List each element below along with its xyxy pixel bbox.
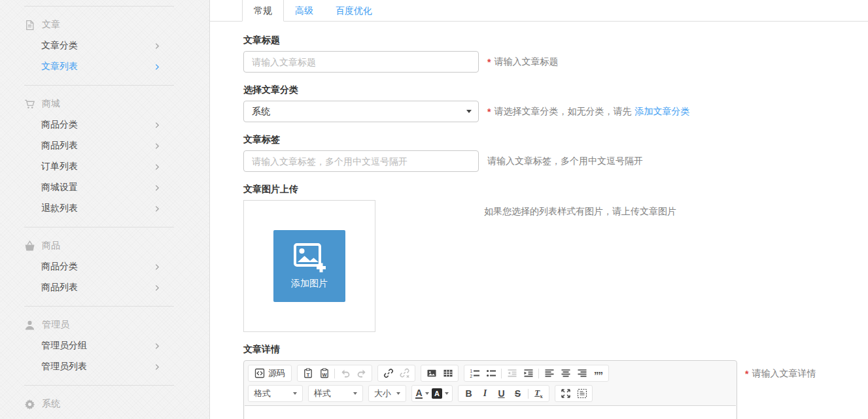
align-left-button[interactable]: [541, 366, 557, 380]
sidebar-item-mall-goods-category[interactable]: 商品分类: [24, 114, 174, 135]
sidebar-item-mall-goods-list[interactable]: 商品列表: [24, 135, 174, 156]
article-category-hint: * 请选择文章分类，如无分类，请先 添加文章分类: [487, 106, 689, 118]
font-size-dropdown[interactable]: 大小: [368, 385, 406, 402]
increase-indent-button[interactable]: [520, 366, 536, 380]
editor-content-area[interactable]: [245, 405, 736, 419]
svg-text:1: 1: [470, 369, 472, 373]
sidebar-item-refund-list[interactable]: 退款列表: [24, 198, 174, 219]
undo-icon: [340, 368, 351, 378]
remove-format-icon: Tx: [534, 388, 542, 399]
source-code-button[interactable]: 源码: [251, 366, 289, 380]
unlink-icon: [400, 368, 410, 378]
app-window: 文章 文章分类 文章列表 商城 商品分类: [0, 0, 868, 419]
decrease-indent-icon: [507, 368, 517, 378]
sidebar-item-goods-list[interactable]: 商品列表: [24, 277, 174, 298]
field-article-category: 选择文章分类 系统 * 请选择文章分类，如无分类，请先 添加文章分类: [243, 83, 868, 122]
toolbar-separator: [501, 369, 502, 378]
sidebar-item-order-list[interactable]: 订单列表: [24, 156, 174, 177]
article-category-select[interactable]: 系统: [243, 101, 479, 122]
article-category-label: 选择文章分类: [243, 83, 868, 96]
rich-text-editor: 源码 T W: [243, 360, 737, 419]
show-blocks-button[interactable]: [574, 386, 590, 401]
select-caret-icon: [466, 110, 472, 113]
paste-word-button[interactable]: W: [316, 366, 332, 380]
svg-text:W: W: [322, 372, 327, 378]
sidebar-item-basic-info[interactable]: 基本信息: [24, 414, 174, 419]
document-icon: [24, 20, 35, 31]
undo-button[interactable]: [337, 366, 353, 380]
sidebar-section-article: 文章 文章分类 文章列表: [24, 7, 209, 85]
sidebar-header-label: 商品: [42, 240, 60, 252]
underline-button[interactable]: U: [493, 386, 510, 401]
unlink-button[interactable]: [396, 366, 413, 380]
add-image-button[interactable]: 添加图片: [273, 230, 345, 302]
sidebar-item-article-category[interactable]: 文章分类: [24, 35, 174, 56]
admin-user-icon: [24, 320, 35, 331]
dropdown-caret-icon: [445, 392, 449, 395]
insert-image-button[interactable]: [423, 366, 440, 380]
add-article-category-link[interactable]: 添加文章分类: [634, 106, 689, 118]
link-button[interactable]: [380, 366, 396, 380]
article-title-input[interactable]: [243, 51, 479, 73]
italic-button[interactable]: I: [477, 386, 493, 401]
redo-button[interactable]: [353, 366, 370, 380]
insert-table-button[interactable]: [440, 366, 456, 380]
required-mark: *: [487, 57, 491, 67]
article-tags-label: 文章标签: [243, 133, 868, 146]
decrease-indent-button[interactable]: [504, 366, 520, 380]
sidebar-section-mall: 商城 商品分类 商品列表 订单列表 商城设置 退款列表: [24, 86, 209, 227]
article-tags-input[interactable]: [243, 150, 479, 172]
align-center-button[interactable]: [557, 366, 574, 380]
sidebar-header-mall: 商城: [24, 93, 209, 114]
sidebar-item-article-list[interactable]: 文章列表: [24, 56, 174, 77]
field-article-tags: 文章标签 请输入文章标签，多个用中文逗号隔开: [243, 133, 868, 172]
article-image-hint: 如果您选择的列表样式有图片，请上传文章图片: [484, 206, 676, 218]
field-article-detail: 文章详情 源码: [243, 343, 868, 419]
tab-baidu-seo[interactable]: 百度优化: [324, 0, 383, 21]
bulleted-list-button[interactable]: [483, 366, 499, 380]
paste-text-button[interactable]: T: [300, 366, 316, 380]
gear-icon: [24, 399, 35, 410]
chevron-right-icon: [155, 163, 160, 171]
toolbar-separator: [334, 369, 335, 378]
text-color-button[interactable]: A: [414, 386, 430, 401]
show-blocks-icon: [577, 388, 587, 399]
background-color-button[interactable]: A: [430, 386, 450, 401]
remove-format-button[interactable]: Tx: [530, 386, 547, 401]
strikethrough-button[interactable]: S: [510, 386, 526, 401]
paste-text-icon: T: [303, 368, 313, 378]
article-tags-hint: 请输入文章标签，多个用中文逗号隔开: [487, 156, 643, 167]
chevron-right-icon: [155, 184, 160, 192]
background-color-icon: A: [432, 388, 442, 399]
article-title-label: 文章标题: [243, 33, 868, 46]
chevron-right-icon: [155, 63, 160, 71]
sidebar-header-article: 文章: [24, 14, 209, 35]
style-dropdown[interactable]: 样式: [308, 385, 363, 402]
sidebar-item-mall-settings[interactable]: 商城设置: [24, 177, 174, 198]
maximize-button[interactable]: [557, 386, 574, 401]
chevron-right-icon: [155, 205, 160, 212]
chevron-right-icon: [155, 42, 160, 50]
sidebar-section-system: 系统 基本信息: [24, 386, 209, 419]
tab-general[interactable]: 常规: [242, 0, 284, 22]
dropdown-caret-icon: [396, 392, 400, 395]
blockquote-button[interactable]: ””: [590, 366, 606, 380]
sidebar-header-goods: 商品: [24, 235, 209, 256]
align-right-button[interactable]: [574, 366, 590, 380]
numbered-list-icon: 12: [470, 368, 480, 378]
tab-advanced[interactable]: 高级: [284, 0, 324, 21]
format-dropdown[interactable]: 格式: [248, 385, 303, 402]
sidebar-section-goods: 商品 商品分类 商品列表: [24, 227, 209, 306]
sidebar: 文章 文章分类 文章列表 商城 商品分类: [0, 0, 210, 419]
sidebar-item-admin-group[interactable]: 管理员分组: [24, 335, 174, 356]
sidebar-item-goods-category[interactable]: 商品分类: [24, 256, 174, 277]
sidebar-header-label: 商城: [42, 98, 60, 110]
sidebar-section-admin: 管理员 管理员分组 管理员列表: [24, 307, 209, 385]
sidebar-item-admin-list[interactable]: 管理员列表: [24, 356, 174, 377]
article-image-upload-box[interactable]: 添加图片: [243, 200, 375, 332]
article-form: 文章标题 * 请输入文章标题 选择文章分类 系统: [210, 22, 868, 419]
dropdown-caret-icon: [353, 392, 357, 395]
basket-icon: [24, 241, 35, 252]
numbered-list-button[interactable]: 12: [466, 366, 483, 380]
bold-button[interactable]: B: [460, 386, 477, 401]
